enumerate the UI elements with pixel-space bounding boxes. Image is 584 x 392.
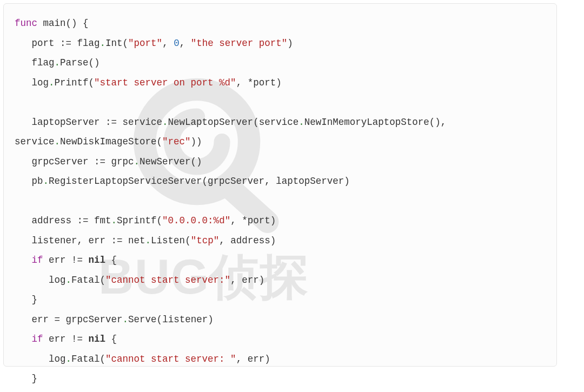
string-literal: "tcp" xyxy=(191,235,220,246)
ident: NewLaptopServer xyxy=(168,117,254,128)
code-content: func main() { port := flag.Int("port", 0… xyxy=(15,14,546,392)
keyword-if: if xyxy=(32,334,43,344)
ident: err xyxy=(242,275,259,285)
ident: grpcServer xyxy=(66,314,123,325)
ident: log xyxy=(32,77,49,88)
ident: net xyxy=(128,235,145,246)
ident: log xyxy=(49,354,66,364)
ident: service xyxy=(123,117,163,128)
ident: log xyxy=(49,275,66,285)
keyword-func: func xyxy=(15,18,37,29)
ident: err xyxy=(49,255,66,265)
string-literal: "0.0.0.0:%d" xyxy=(162,215,230,226)
ident: NewServer xyxy=(140,156,191,167)
ident: Serve xyxy=(128,314,157,325)
ident: Fatal xyxy=(71,354,100,364)
ident: listener xyxy=(162,314,208,325)
ident: err xyxy=(49,334,66,344)
ident: grpcServer xyxy=(208,176,264,187)
code-block: BUG侦探 func main() { port := flag.Int("po… xyxy=(3,3,557,367)
ident: listener xyxy=(32,235,77,246)
ident: grpcServer xyxy=(32,156,89,167)
string-literal: "start server on port %d" xyxy=(94,77,236,88)
string-literal: "cannot start server:" xyxy=(105,275,230,285)
ident: err xyxy=(32,314,49,325)
ident: Int xyxy=(105,38,123,49)
ident: address xyxy=(230,235,270,246)
ident: NewDiskImageStore xyxy=(60,136,157,147)
string-literal: "cannot start server: " xyxy=(105,354,236,364)
ident: err xyxy=(89,235,106,246)
ident: RegisterLaptopServiceServer xyxy=(49,176,202,187)
ident: err xyxy=(248,354,265,364)
ident: service xyxy=(15,136,55,147)
string-literal: "rec" xyxy=(162,136,191,147)
ident: Listen xyxy=(151,235,185,246)
ident: Parse xyxy=(60,57,89,68)
ident: main xyxy=(43,18,66,29)
ident: laptopServer xyxy=(32,117,100,128)
ident: Printf xyxy=(55,77,89,88)
ident: grpc xyxy=(111,156,134,167)
number-literal: 0 xyxy=(174,38,180,49)
ident: Sprintf xyxy=(117,215,157,226)
ident: pb xyxy=(32,176,43,187)
keyword-nil: nil xyxy=(89,334,106,344)
ident: port xyxy=(32,38,55,49)
string-literal: "port" xyxy=(128,38,162,49)
string-literal: "the server port" xyxy=(191,38,288,49)
ident: flag xyxy=(77,38,100,49)
ident: address xyxy=(32,215,72,226)
keyword-nil: nil xyxy=(89,255,106,265)
keyword-if: if xyxy=(32,255,43,265)
ident: NewInMemoryLaptopStore xyxy=(304,117,429,128)
ident: fmt xyxy=(94,215,111,226)
ident: flag xyxy=(32,57,55,68)
ident: laptopServer xyxy=(276,176,344,187)
ident: port xyxy=(253,77,276,88)
ident: port xyxy=(248,215,270,226)
ident: Fatal xyxy=(71,275,100,285)
ident: service xyxy=(259,117,299,128)
